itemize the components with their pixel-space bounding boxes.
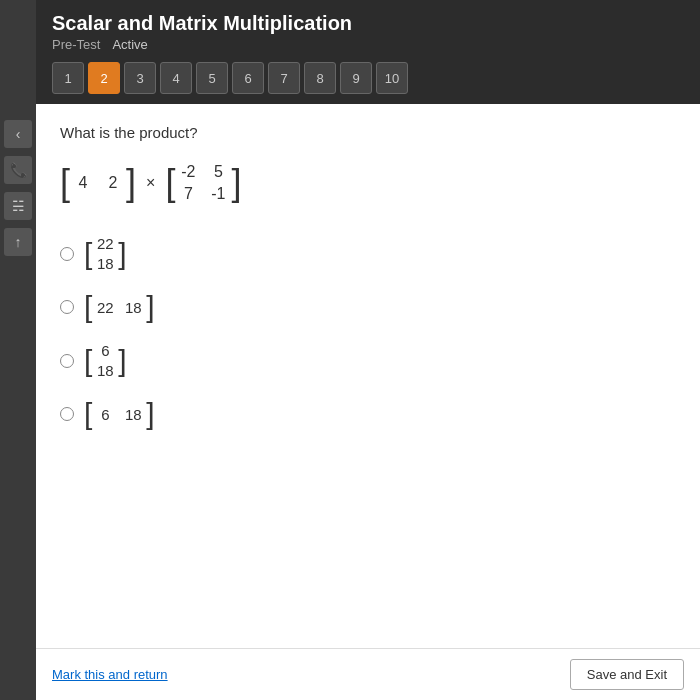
nav-btn-7[interactable]: 7 bbox=[268, 62, 300, 94]
mark-return-link[interactable]: Mark this and return bbox=[52, 667, 168, 682]
test-label: Pre-Test bbox=[52, 37, 100, 52]
answer-option-b: [ 22 18 ] bbox=[60, 292, 676, 322]
left-bracket-close: ] bbox=[126, 165, 136, 201]
ans-d-content: 6 18 bbox=[92, 404, 146, 425]
question-text: What is the product? bbox=[60, 124, 676, 141]
ans-a-cell-18: 18 bbox=[96, 255, 114, 272]
ans-a-cell-22: 22 bbox=[96, 235, 114, 252]
cell-5: 5 bbox=[209, 163, 227, 181]
answer-option-d: [ 6 18 ] bbox=[60, 399, 676, 429]
answer-option-a: [ 22 18 ] bbox=[60, 233, 676, 274]
save-exit-button[interactable]: Save and Exit bbox=[570, 659, 684, 690]
cell-4: 4 bbox=[74, 174, 92, 192]
nav-btn-8[interactable]: 8 bbox=[304, 62, 336, 94]
right-matrix: [ -2 5 7 -1 ] bbox=[165, 161, 241, 205]
header-subtitle: Pre-Test Active bbox=[52, 37, 684, 52]
question-nav: 1 2 3 4 5 6 7 8 9 10 bbox=[52, 62, 684, 104]
page-title: Scalar and Matrix Multiplication bbox=[52, 12, 684, 35]
nav-btn-9[interactable]: 9 bbox=[340, 62, 372, 94]
status-badge: Active bbox=[112, 37, 147, 52]
header: Scalar and Matrix Multiplication Pre-Tes… bbox=[36, 0, 700, 104]
radio-b[interactable] bbox=[60, 300, 74, 314]
ans-c-cell-18: 18 bbox=[96, 362, 114, 379]
cell-2: 2 bbox=[104, 174, 122, 192]
nav-btn-10[interactable]: 10 bbox=[376, 62, 408, 94]
left-matrix-content: 4 2 bbox=[70, 172, 126, 194]
ans-d-cell-6: 6 bbox=[96, 406, 114, 423]
sidebar-icon-phone[interactable]: 📞 bbox=[4, 156, 32, 184]
ans-c-bracket-close: ] bbox=[118, 346, 126, 376]
sidebar-icon-back[interactable]: ‹ bbox=[4, 120, 32, 148]
nav-btn-4[interactable]: 4 bbox=[160, 62, 192, 94]
nav-btn-1[interactable]: 1 bbox=[52, 62, 84, 94]
ans-c-cell-6: 6 bbox=[96, 342, 114, 359]
answer-option-c: [ 6 18 ] bbox=[60, 340, 676, 381]
cell-7: 7 bbox=[179, 185, 197, 203]
radio-a[interactable] bbox=[60, 247, 74, 261]
ans-c-content: 6 18 bbox=[92, 340, 118, 381]
times-symbol: × bbox=[146, 174, 155, 192]
right-bracket-open: [ bbox=[165, 165, 175, 201]
radio-d[interactable] bbox=[60, 407, 74, 421]
ans-a-content: 22 18 bbox=[92, 233, 118, 274]
answer-options: [ 22 18 ] [ 22 18 ] bbox=[60, 233, 676, 429]
ans-c-bracket-open: [ bbox=[84, 346, 92, 376]
right-bracket-close: ] bbox=[231, 165, 241, 201]
nav-btn-5[interactable]: 5 bbox=[196, 62, 228, 94]
answer-matrix-c: [ 6 18 ] bbox=[84, 340, 127, 381]
ans-a-bracket-close: ] bbox=[118, 239, 126, 269]
ans-b-cell-22: 22 bbox=[96, 299, 114, 316]
sidebar-icon-arrow[interactable]: ↑ bbox=[4, 228, 32, 256]
ans-b-cell-18: 18 bbox=[124, 299, 142, 316]
radio-c[interactable] bbox=[60, 354, 74, 368]
ans-a-bracket-open: [ bbox=[84, 239, 92, 269]
answer-matrix-d: [ 6 18 ] bbox=[84, 399, 155, 429]
left-matrix: [ 4 2 ] bbox=[60, 165, 136, 201]
matrix-equation: [ 4 2 ] × [ -2 5 7 -1 ] bbox=[60, 161, 676, 205]
content-area: What is the product? [ 4 2 ] × [ -2 5 7 bbox=[36, 104, 700, 648]
answer-matrix-b: [ 22 18 ] bbox=[84, 292, 155, 322]
main-content: Scalar and Matrix Multiplication Pre-Tes… bbox=[36, 0, 700, 700]
left-sidebar: ‹ 📞 ☵ ↑ bbox=[0, 0, 36, 700]
ans-d-cell-18: 18 bbox=[124, 406, 142, 423]
right-matrix-content: -2 5 7 -1 bbox=[175, 161, 231, 205]
ans-b-bracket-open: [ bbox=[84, 292, 92, 322]
nav-btn-6[interactable]: 6 bbox=[232, 62, 264, 94]
ans-d-bracket-close: ] bbox=[146, 399, 154, 429]
cell-neg2: -2 bbox=[179, 163, 197, 181]
ans-d-bracket-open: [ bbox=[84, 399, 92, 429]
nav-btn-2[interactable]: 2 bbox=[88, 62, 120, 94]
left-bracket-open: [ bbox=[60, 165, 70, 201]
ans-b-content: 22 18 bbox=[92, 297, 146, 318]
cell-neg1: -1 bbox=[209, 185, 227, 203]
answer-matrix-a: [ 22 18 ] bbox=[84, 233, 127, 274]
sidebar-icon-calculator[interactable]: ☵ bbox=[4, 192, 32, 220]
footer: Mark this and return Save and Exit bbox=[36, 648, 700, 700]
ans-b-bracket-close: ] bbox=[146, 292, 154, 322]
nav-btn-3[interactable]: 3 bbox=[124, 62, 156, 94]
